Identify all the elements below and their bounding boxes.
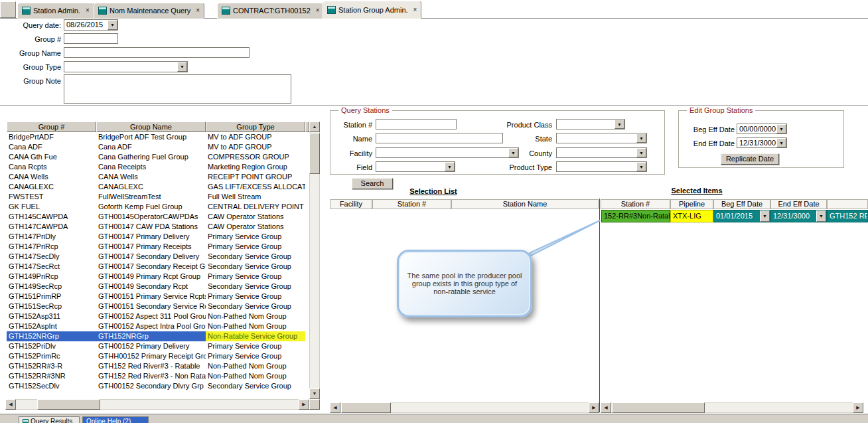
selected-item-beg-date-cell[interactable]: 01/01/2015 ▼ [713,210,770,222]
group-type-combobox[interactable]: ▼ [64,61,188,72]
group-table-row[interactable]: GTH152AspIntGTH00152 Aspect Intra Pool G… [7,321,309,331]
group-table-row[interactable]: GTH149SecRcpGTH00149 Secondary RcptSecon… [7,282,309,292]
group-table-row[interactable]: CANA WellsCANA WellsRECEIPT POINT GROUP [7,172,309,182]
product-type-combobox[interactable]: ▼ [556,161,647,172]
selection-list-header-facility[interactable]: Facility [330,199,372,209]
group-table-row[interactable]: GTH152PriDlvGTH00152 Primary DeliveryPri… [7,341,309,351]
product-class-combobox[interactable]: ▼ [556,119,625,129]
scroll-left-icon[interactable]: ◀ [601,402,611,413]
selected-item-end-date-cell[interactable]: 12/31/3000 ▼ [770,210,827,222]
chevron-down-icon[interactable]: ▼ [636,162,646,171]
chevron-down-icon[interactable]: ▼ [445,162,455,171]
station-name-input[interactable] [376,133,503,143]
tab-nom-maintenance-query[interactable]: Nom Maintenance Query × [94,3,204,19]
selected-items-header-pipeline[interactable]: Pipeline [670,199,713,209]
group-table-cell: Non-Pathed Nom Group [206,361,305,371]
group-table-row[interactable]: GTH147SecRctGTH00147 Secondary Receipt G… [7,262,309,272]
selected-item-pipeline-cell[interactable]: XTX-LIG [670,210,713,222]
group-table-horizontal-scrollbar[interactable]: ◀ ▶ [5,399,309,410]
selected-item-station-cell[interactable]: 152-RR#3Non-Ratable [601,210,670,222]
scroll-left-icon[interactable]: ◀ [5,399,16,410]
group-table-cell: Secondary Service Group [206,282,305,292]
group-name-input[interactable] [64,47,250,58]
selection-list-header-station-name[interactable]: Station Name [451,199,599,209]
selected-items-header-station[interactable]: Station # [601,199,670,209]
bottom-tab-online-help[interactable]: Online Help (2) [82,416,149,423]
scroll-up-icon[interactable]: ▲ [309,122,320,132]
group-table-row[interactable]: GTH152PrimRcGTHH00152 Primary Receipt Gr… [7,351,309,361]
chevron-down-icon[interactable]: ▼ [776,124,786,133]
tab-station-admin[interactable]: Station Admin. × [17,3,94,19]
chevron-down-icon[interactable]: ▼ [615,120,624,129]
scroll-left-icon[interactable]: ◀ [330,402,340,413]
group-table-row[interactable]: GTH151SecRcpGTH00151 Secondary Service R… [7,301,309,311]
close-icon[interactable]: × [196,7,200,14]
group-note-textarea[interactable] [64,74,291,104]
group-table-row[interactable]: GTH145CAWPDAGTH00145OperatorCAWPDAsCAW O… [7,212,309,222]
scrollbar-thumb[interactable] [341,402,391,413]
group-table-row[interactable]: GTH147PriDlyGTH00147 Primary DeliveryPri… [7,232,309,242]
group-table-row[interactable]: CANAGLEXCCANAGLEXCGAS LIFT/EXCESS ALLOCA… [7,182,309,192]
group-table-header-group-number[interactable]: Group # [7,122,96,132]
selected-items-horizontal-scrollbar[interactable]: ◀ ▶ [601,402,863,413]
query-date-combobox[interactable]: 08/26/2015 ▼ [64,19,118,31]
facility-combobox[interactable]: ▼ [376,147,519,158]
chevron-down-icon[interactable]: ▼ [636,148,646,157]
group-table-row[interactable]: GTH152RR#3-RGTH152 Red River#3 - Ratable… [7,361,309,371]
group-table-row[interactable]: GTH147CAWPDAGTH00147 CAW PDA StationsCAW… [7,222,309,232]
chevron-down-icon[interactable]: ▼ [636,133,646,143]
close-icon[interactable]: × [413,7,417,13]
selected-items-header-end-eff-date[interactable]: End Eff Date [770,199,827,209]
chevron-down-icon[interactable]: ▼ [177,62,187,72]
scroll-down-icon[interactable]: ▼ [309,388,320,399]
county-combobox[interactable]: ▼ [556,147,647,158]
group-table-row[interactable]: GTH147PriRcpGTH00147 Primary ReceiptsPri… [7,242,309,252]
chevron-down-icon[interactable]: ▼ [816,211,826,222]
scrollbar-thumb[interactable] [309,133,320,174]
scroll-right-icon[interactable]: ▶ [853,402,863,413]
group-table-row[interactable]: BridgePrtADFBridgePort ADF Test GroupMV … [7,132,309,142]
replicate-date-button[interactable]: Replicate Date [721,153,779,165]
group-table-cell: Primary Service Group [206,272,305,282]
scroll-right-icon[interactable]: ▶ [589,402,599,413]
group-table-header-group-name[interactable]: Group Name [96,122,206,132]
tab-station-group-admin[interactable]: Station Group Admin. × [323,1,421,19]
scrollbar-thumb[interactable] [37,399,100,410]
selected-items-header-beg-eff-date[interactable]: Beg Eff Date [713,199,770,209]
group-table-row[interactable]: GTH152Asp311GTH00152 Aspect 311 Pool Gro… [7,311,309,321]
group-number-input[interactable] [64,33,118,44]
selection-list-horizontal-scrollbar[interactable]: ◀ ▶ [330,402,599,413]
group-table-row[interactable]: Cana ADFCana ADFMV to ADF GROUP [7,142,309,152]
field-combobox[interactable]: ▼ [376,161,455,172]
chevron-down-icon[interactable]: ▼ [776,138,786,147]
group-table-row[interactable]: GTH149PriRcpGTH00149 Primary Rcpt GroupP… [7,272,309,282]
close-icon[interactable]: × [86,7,90,14]
group-table-row[interactable]: GTH152SecDlvGTH00152 Secondary Dlvry Grp… [7,381,309,391]
scrollbar-thumb[interactable] [612,402,705,413]
state-label: State [502,135,552,143]
close-icon[interactable]: × [316,7,320,14]
selected-item-overflow-cell[interactable]: GTH152 RE [827,210,868,222]
bottom-tab-query-results[interactable]: Query Results [19,416,80,423]
group-table-row[interactable]: FWSTESTFullWellStreamTestFull Well Strea… [7,192,309,202]
group-table-cell: CAW Operator Stations [206,222,305,232]
chevron-down-icon[interactable]: ▼ [760,211,770,222]
group-table-vertical-scrollbar[interactable]: ▲ ▼ [309,122,320,399]
station-number-input[interactable] [376,119,457,129]
group-table-row[interactable]: GTH147SecDlyGTH00147 Secondary DeliveryS… [7,252,309,262]
state-combobox[interactable]: ▼ [556,133,647,143]
group-table-cell: GTH00151 Primary Service Rcpts [96,292,206,301]
end-eff-date-combobox[interactable]: 12/31/3000 ▼ [737,137,787,148]
group-table-row[interactable]: Cana RcptsCana ReceiptsMarketing Region … [7,162,309,172]
group-table-row[interactable]: GTH151PrimRPGTH00151 Primary Service Rcp… [7,292,309,301]
chevron-down-icon[interactable]: ▼ [108,20,117,30]
group-table-row[interactable]: GTH152RR#3NRGTH152 Red River#3 - Non Rat… [7,371,309,381]
group-table-row[interactable]: CANA Gth FueCana Gathering Fuel GroupCOM… [7,152,309,162]
scroll-right-icon[interactable]: ▶ [299,399,309,410]
group-table-row[interactable]: GTH152NRGrpGTH152NRGrpNon-Ratable Servic… [7,331,309,341]
tab-contract[interactable]: CONTRACT:GTH00152 × [217,3,325,19]
beg-eff-date-combobox[interactable]: 00/00/0000 ▼ [737,124,787,134]
group-table-header-group-type[interactable]: Group Type [206,122,305,132]
group-table-row[interactable]: GK FUELGoforth Kemp Fuel GroupCENTRAL DE… [7,202,309,212]
selection-list-header-station[interactable]: Station # [372,199,451,209]
